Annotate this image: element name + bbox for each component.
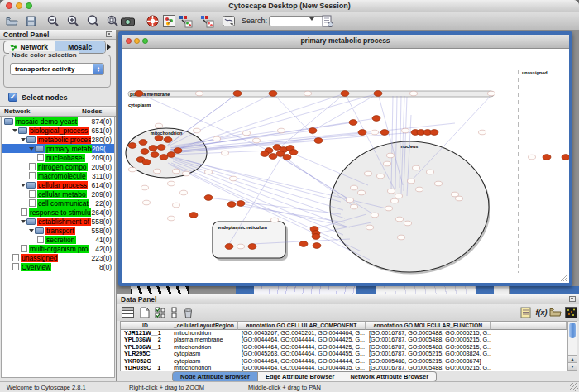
network-node[interactable] xyxy=(151,152,159,158)
zoom-in-button[interactable] xyxy=(66,14,80,28)
network-node[interactable] xyxy=(168,216,175,221)
network-node[interactable] xyxy=(299,241,308,247)
expand-arrow-icon[interactable] xyxy=(21,138,26,141)
network-node[interactable] xyxy=(237,244,245,249)
network-node[interactable] xyxy=(164,137,172,143)
network-edge[interactable] xyxy=(173,160,345,218)
network-node[interactable] xyxy=(142,160,151,165)
network-node[interactable] xyxy=(233,91,242,97)
network-node[interactable] xyxy=(205,170,213,174)
vizmapper-edit-button[interactable] xyxy=(200,14,214,28)
network-edge[interactable] xyxy=(232,204,345,222)
network-node[interactable] xyxy=(157,145,165,151)
network-node[interactable] xyxy=(377,174,385,179)
network-node[interactable] xyxy=(129,167,136,172)
network-node[interactable] xyxy=(374,91,382,97)
network-node[interactable] xyxy=(271,218,279,222)
window-resize-grip[interactable] xyxy=(570,383,578,391)
network-node[interactable] xyxy=(388,189,395,194)
network-node[interactable] xyxy=(529,155,536,160)
network-edge[interactable] xyxy=(170,93,378,151)
table-row[interactable]: YPL036W__1mitochondrion[GO:0044464, GO:0… xyxy=(121,344,567,351)
network-node[interactable] xyxy=(213,136,221,141)
expand-arrow-icon[interactable] xyxy=(21,184,26,187)
network-node[interactable] xyxy=(269,154,277,160)
network-node[interactable] xyxy=(225,244,233,250)
delete-attribute-button[interactable] xyxy=(181,305,195,319)
table-row[interactable]: YLR295Ccytoplasm[GO:0045263, GO:0044464,… xyxy=(121,351,567,357)
network-node[interactable] xyxy=(410,91,418,96)
network-node[interactable] xyxy=(371,130,379,135)
formula-builder-button[interactable]: f(x) xyxy=(534,305,548,319)
expand-arrow-icon[interactable] xyxy=(12,129,18,132)
network-node[interactable] xyxy=(479,130,486,135)
network-node[interactable] xyxy=(347,198,354,203)
network-node[interactable] xyxy=(261,151,269,157)
network-node[interactable] xyxy=(404,221,412,226)
tree-item[interactable]: nucleobase-209(0) xyxy=(2,153,114,162)
network-node[interactable] xyxy=(430,130,438,136)
zoom-fit-button[interactable] xyxy=(106,14,120,28)
filters-button[interactable] xyxy=(222,14,236,28)
network-node[interactable] xyxy=(396,217,404,222)
network-node[interactable] xyxy=(204,195,213,201)
network-node[interactable] xyxy=(283,155,291,160)
network-node[interactable] xyxy=(237,201,245,207)
network-node[interactable] xyxy=(156,123,163,128)
network-node[interactable] xyxy=(253,138,261,143)
tree-item[interactable]: macromolecule311(0) xyxy=(2,171,114,180)
help-button[interactable] xyxy=(146,14,160,28)
network-node[interactable] xyxy=(427,170,434,174)
table-scrollbar[interactable]: ▲ ▼ xyxy=(567,321,577,371)
tree-col-divider[interactable] xyxy=(79,107,79,116)
network-node[interactable] xyxy=(230,176,237,181)
network-node[interactable] xyxy=(143,200,151,205)
expand-arrow-icon[interactable] xyxy=(29,147,35,151)
network-node[interactable] xyxy=(416,187,423,192)
tree-item[interactable]: cellular metabo209(0) xyxy=(2,189,114,198)
column-header[interactable]: annotation.GO MOLECULAR_FUNCTION xyxy=(366,322,491,330)
import-attributes-button[interactable] xyxy=(548,305,562,319)
network-node[interactable] xyxy=(304,91,312,96)
network-node[interactable] xyxy=(562,155,569,160)
network-node[interactable] xyxy=(149,146,157,151)
tree-item[interactable]: metabolic process280(0) xyxy=(2,135,114,144)
tree-item[interactable]: unassigned223(0) xyxy=(2,253,114,262)
table-row[interactable]: YPL036W__2plasma membrane[GO:0044464, GO… xyxy=(121,337,567,343)
network-node[interactable] xyxy=(408,179,415,184)
network-node[interactable] xyxy=(227,202,236,208)
tree-item[interactable]: biological_process651(0) xyxy=(2,126,114,135)
scrollbar-thumb[interactable] xyxy=(569,323,576,338)
expand-arrow-icon[interactable] xyxy=(29,229,35,232)
tree-item[interactable]: cellular process614(0) xyxy=(2,180,114,189)
node-color-attribute-select[interactable]: transporter activity ▲▼ xyxy=(10,63,104,75)
table-row[interactable]: YJR121W__1mitochondrion[GO:0045267, GO:0… xyxy=(121,330,567,337)
vizmapper-button[interactable] xyxy=(179,14,193,28)
network-node[interactable] xyxy=(141,185,149,190)
network-node[interactable] xyxy=(243,131,251,136)
tree-item[interactable]: multi-organism pro42(0) xyxy=(2,244,114,253)
network-node[interactable] xyxy=(395,194,403,198)
network-node[interactable] xyxy=(222,151,229,155)
column-header[interactable]: annotation.GO CELLULAR_COMPONENT xyxy=(238,322,366,330)
network-overview-button[interactable] xyxy=(162,14,176,28)
network-view-frame[interactable]: primary metabolic process plasma membran… xyxy=(118,31,572,286)
network-node[interactable] xyxy=(380,130,389,136)
network-canvas[interactable]: plasma membrane cytoplasm nucleus mitoch… xyxy=(122,49,569,283)
network-node[interactable] xyxy=(341,91,349,97)
matrix-view-button[interactable] xyxy=(564,305,578,319)
network-node[interactable] xyxy=(385,206,393,211)
network-node[interactable] xyxy=(488,91,495,96)
network-edge[interactable] xyxy=(171,158,343,210)
network-node[interactable] xyxy=(189,213,198,218)
network-node[interactable] xyxy=(168,181,175,186)
network-node[interactable] xyxy=(402,128,409,133)
tree-item[interactable]: response to stimulu264(0) xyxy=(2,208,114,217)
select-attributes-button[interactable] xyxy=(153,305,167,319)
network-node[interactable] xyxy=(351,185,358,190)
network-node[interactable] xyxy=(314,138,323,144)
network-node[interactable] xyxy=(351,204,358,209)
network-node[interactable] xyxy=(366,225,374,230)
attribute-table-header[interactable]: ID_cellularLayoutRegionannotation.GO CEL… xyxy=(121,322,567,330)
network-node[interactable] xyxy=(413,165,420,170)
